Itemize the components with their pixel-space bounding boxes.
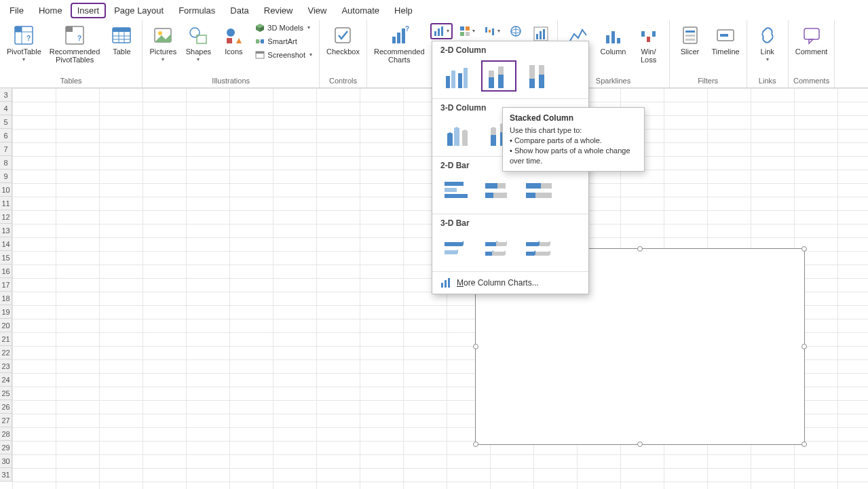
menu-review[interactable]: Review: [257, 3, 300, 18]
pivottable-label: PivotTable: [7, 47, 41, 56]
maps-button[interactable]: [507, 23, 525, 39]
screenshot-icon: [255, 50, 265, 60]
group-tables-label: Tables: [60, 75, 82, 87]
svg-rect-86: [445, 194, 468, 198]
pivottable-button[interactable]: ? PivotTable ▾: [4, 22, 44, 62]
table-button[interactable]: Table: [105, 22, 138, 56]
svg-rect-28: [256, 52, 264, 54]
svg-rect-54: [647, 37, 650, 42]
menu-view[interactable]: View: [301, 3, 333, 18]
group-tables: ? PivotTable ▾ ? Recommended PivotTables…: [0, 20, 143, 87]
icons-icon: [223, 24, 244, 46]
link-icon: [757, 24, 778, 46]
gallery-section-2d-column: 2-D Column: [432, 41, 588, 58]
svg-rect-6: [66, 26, 73, 32]
insert-hierarchy-chart-button[interactable]: ▾: [457, 23, 478, 39]
chart-3d-stacked-bar[interactable]: [481, 233, 516, 265]
chart-clustered-column[interactable]: [440, 60, 476, 92]
svg-rect-25: [261, 39, 264, 43]
smartart-button[interactable]: SmartArt: [252, 35, 315, 47]
screenshot-button[interactable]: Screenshot ▾: [252, 49, 315, 61]
group-controls: Checkbox Controls: [320, 20, 367, 87]
svg-text:?: ?: [405, 25, 409, 33]
menu-file[interactable]: File: [3, 3, 31, 18]
timeline-icon: [715, 24, 736, 46]
svg-rect-92: [526, 183, 541, 189]
caret-icon: ▾: [197, 57, 200, 62]
column-chart-icon: [434, 26, 445, 37]
pictures-button[interactable]: Pictures ▾: [147, 22, 179, 62]
svg-rect-47: [536, 34, 538, 39]
comment-button[interactable]: Comment: [793, 22, 831, 56]
sparkline-column-label: Column: [601, 47, 626, 56]
checkbox-button[interactable]: Checkbox: [324, 22, 362, 56]
chart-clustered-bar[interactable]: [440, 176, 476, 207]
svg-rect-51: [611, 31, 615, 43]
pivottable-icon: ?: [13, 24, 35, 46]
svg-rect-29: [335, 28, 350, 43]
svg-point-15: [158, 31, 162, 35]
group-filters-label: Filters: [698, 75, 718, 87]
svg-rect-74: [529, 79, 535, 88]
recommended-charts-button[interactable]: ? Recommended Charts: [371, 22, 428, 64]
svg-marker-77: [447, 132, 453, 146]
icons-button[interactable]: Icons: [217, 22, 250, 56]
row-headers[interactable]: 3456789101112131415161718192021222324252…: [0, 88, 12, 482]
svg-rect-65: [451, 71, 455, 88]
svg-rect-70: [498, 75, 504, 88]
svg-point-18: [227, 28, 235, 37]
smartart-icon: [255, 37, 265, 46]
chart-3d-clustered-bar[interactable]: [440, 233, 476, 265]
svg-rect-50: [606, 35, 609, 43]
svg-rect-57: [685, 31, 695, 33]
chart-100-stacked-bar[interactable]: [522, 176, 557, 207]
svg-text:?: ?: [26, 35, 31, 42]
recommended-pivottables-button[interactable]: ? Recommended PivotTables: [47, 22, 103, 64]
svg-rect-68: [489, 77, 494, 88]
pictures-label: Pictures: [149, 47, 176, 56]
svg-rect-39: [460, 32, 464, 36]
more-column-charts[interactable]: More Column Charts...: [432, 272, 588, 294]
shapes-button[interactable]: Shapes ▾: [182, 22, 214, 62]
gallery-section-3d-bar: 3-D Bar: [432, 214, 588, 231]
column-chart-icon: [440, 277, 451, 288]
menu-page-layout[interactable]: Page Layout: [107, 3, 170, 18]
svg-rect-35: [438, 28, 440, 36]
svg-rect-36: [441, 26, 443, 36]
svg-rect-105: [441, 283, 443, 288]
timeline-button[interactable]: Timeline: [709, 22, 742, 56]
chart-3d-clustered-column[interactable]: [440, 118, 476, 149]
menu-data[interactable]: Data: [223, 3, 255, 18]
svg-rect-66: [458, 73, 462, 88]
svg-marker-97: [485, 241, 497, 246]
menu-automate[interactable]: Automate: [335, 3, 386, 18]
insert-waterfall-chart-button[interactable]: ▾: [482, 23, 503, 39]
menu-help[interactable]: Help: [388, 3, 419, 18]
chart-100-stacked-column[interactable]: [522, 60, 557, 92]
menu-insert[interactable]: Insert: [71, 3, 107, 18]
chart-stacked-column[interactable]: [481, 60, 516, 92]
menu-formulas[interactable]: Formulas: [172, 3, 222, 18]
sparkline-column-button[interactable]: Column: [597, 22, 630, 56]
sparkline-winloss-button[interactable]: Win/ Loss: [633, 22, 665, 64]
sparkline-column-icon: [603, 24, 624, 46]
link-button[interactable]: Link ▾: [751, 22, 784, 62]
svg-rect-90: [493, 193, 507, 198]
caret-icon: ▾: [447, 28, 449, 34]
3d-models-button[interactable]: 3D Models ▾: [252, 22, 315, 34]
chart-stacked-bar[interactable]: [481, 176, 516, 207]
svg-rect-41: [485, 27, 487, 33]
insert-column-chart-button[interactable]: ▾: [430, 23, 453, 39]
screenshot-label: Screenshot: [267, 51, 305, 59]
chart-3d-100-stacked-bar[interactable]: [522, 233, 557, 265]
svg-marker-80: [491, 134, 496, 146]
svg-marker-100: [492, 250, 506, 256]
menu-home[interactable]: Home: [32, 3, 69, 18]
pivotchart-button[interactable]: [529, 23, 553, 42]
svg-rect-30: [392, 37, 396, 43]
recommended-pivottables-icon: ?: [64, 24, 86, 46]
cube-icon: [255, 23, 265, 33]
slicer-button[interactable]: Slicer: [674, 22, 706, 56]
tooltip-title: Stacked Column: [510, 113, 637, 123]
svg-rect-106: [445, 280, 447, 288]
